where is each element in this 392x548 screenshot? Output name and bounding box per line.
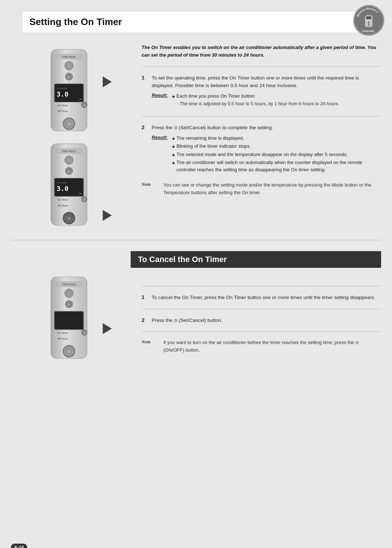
step-2-num: 2 [142,124,147,130]
cancel-note-label: Note [142,339,160,345]
cancel-instructions: 1 To cancel the On Timer, press the On T… [127,275,381,362]
cancel-step-2: 2 Press the ⊙ (Set/Cancel) button. [142,316,381,324]
cancel-note-text: If you want to turn on the air condition… [163,339,381,354]
step-2-text: Press the ⊙ (Set/Cancel) button to compl… [152,124,381,132]
cancel-section: To Cancel the On Timer [0,251,392,362]
arrow-3 [103,321,115,337]
remote-image-1: Filter Reset ⁙ ▷ ON TIMER 3.0 Hr On Time… [33,48,105,135]
cancel-divider-2 [142,309,381,309]
note-1: Note You can see or change the setting m… [142,181,381,197]
step-2-content: Press the ⊙ (Set/Cancel) button to compl… [152,124,381,176]
cancel-divider-3 [142,331,381,332]
result-label-2: Result: [152,135,170,140]
svg-text:Off Timer: Off Timer [57,110,68,113]
svg-text:⁙: ⁙ [68,64,70,68]
svg-text:②: ② [83,199,85,201]
result-subitem-1: - The time is adjusted by 0.5 hour to 5 … [172,101,381,107]
cancel-step-1-text: To cancel the On Timer, press the On Tim… [152,294,381,302]
svg-text:▷: ▷ [68,169,70,173]
cancel-step-2-num: 2 [142,317,147,323]
svg-text:▷: ▷ [68,303,70,306]
cancel-step-1-num: 1 [142,294,147,300]
svg-text:3.0: 3.0 [57,90,69,98]
divider-2 [142,116,381,116]
svg-text:▷: ▷ [68,75,70,79]
svg-text:⊙: ⊙ [68,349,70,353]
cancel-step-1-content: To cancel the On Timer, press the On Tim… [152,294,381,302]
svg-text:Controller: Controller [362,30,375,32]
arrow-1 [103,75,115,90]
result-text-2d: The air conditioner will switch on autom… [176,159,381,173]
svg-text:ON TIMER: ON TIMER [57,182,68,184]
step-1-num: 1 [142,74,147,81]
cancel-remote-col: Filter Reset ⁙ ▷ On Timer ② Off Timer ⊙ [11,275,127,362]
page-title: Setting the On Timer [29,16,122,28]
svg-point-5 [368,21,370,24]
cancel-note: Note If you want to turn on the air cond… [142,339,381,354]
svg-text:⁙: ⁙ [68,291,70,295]
svg-text:Off Timer: Off Timer [57,204,68,207]
svg-text:Filter Reset: Filter Reset [62,283,75,286]
remote-badge: Wireless Remote C Controller [353,4,385,36]
remote-images-col: Filter Reset ⁙ ▷ ON TIMER 3.0 Hr On Time… [11,40,127,229]
result-item-2a: ◆ The remaining time is displayed. [172,135,381,142]
svg-text:Hr: Hr [79,192,82,195]
svg-text:⊙: ⊙ [68,216,70,220]
result-items-1: ◆ Each time you press On Timer button: -… [172,93,381,107]
result-label-1: Result: [152,93,170,98]
step-1: 1 To set the operating time, press the O… [142,74,381,109]
cancel-content: Filter Reset ⁙ ▷ On Timer ② Off Timer ⊙ [11,275,381,362]
cancel-step-2-text: Press the ⊙ (Set/Cancel) button. [152,316,381,324]
step-1-content: To set the operating time, press the On … [152,74,381,109]
svg-text:Hr: Hr [79,98,82,101]
remote-image-3: Filter Reset ⁙ ▷ On Timer ② Off Timer ⊙ [33,275,105,362]
result-item-2b: ◆ Blinking of the timer indicator stops. [172,143,381,150]
svg-marker-25 [103,77,112,87]
note-label-1: Note [142,181,160,187]
result-item-2d: ◆ The air conditioner will switch on aut… [172,159,381,173]
step-1-result: Result: ◆ Each time you press On Timer b… [152,93,381,107]
page: Setting the On Timer Wireless Remote C C… [0,11,392,548]
instructions-col: The On Timer enables you to switch on th… [127,40,381,229]
svg-text:Off Timer: Off Timer [57,338,68,340]
remote-image-2: Filter Reset ⁙ ▷ ON TIMER 3.0 Hr On Time… [33,142,105,229]
cancel-step-1: 1 To cancel the On Timer, press the On T… [142,294,381,302]
note-text-1: You can see or change the setting mode a… [163,181,381,197]
svg-text:②: ② [83,105,85,107]
main-section: Filter Reset ⁙ ▷ ON TIMER 3.0 Hr On Time… [11,33,381,229]
svg-text:On Timer: On Timer [57,332,68,334]
section-divider-main [11,240,381,240]
cancel-header-area: To Cancel the On Timer [131,251,381,268]
cancel-section-title: To Cancel the On Timer [131,251,381,268]
svg-text:⁙: ⁙ [68,158,70,162]
svg-text:Filter Reset: Filter Reset [62,150,75,152]
svg-rect-51 [54,311,83,330]
diamond-icon-1: ◆ [172,94,175,99]
svg-marker-58 [103,323,112,334]
step-1-text: To set the operating time, press the On … [152,74,381,90]
diamond-icon-2b: ◆ [172,144,175,149]
cancel-step-2-content: Press the ⊙ (Set/Cancel) button. [152,316,381,324]
svg-marker-43 [103,210,112,221]
svg-text:②: ② [83,332,85,334]
result-row-1: Result: ◆ Each time you press On Timer b… [152,93,381,107]
intro-paragraph: The On Timer enables you to switch on th… [142,44,381,59]
result-text-2b: Blinking of the timer indicator stops. [176,143,251,150]
cancel-divider-1 [142,286,381,286]
step-2-result: Result: ◆ The remaining time is displaye… [152,135,381,175]
svg-text:3.0: 3.0 [57,185,69,192]
result-item-1: ◆ Each time you press On Timer button: [172,93,381,100]
page-number: E-18 [11,544,27,548]
svg-text:ON TIMER: ON TIMER [57,87,68,90]
result-text-2a: The remaining time is displayed. [176,135,244,142]
diamond-icon-2a: ◆ [172,136,175,141]
result-items-2: ◆ The remaining time is displayed. ◆ Bli… [172,135,381,175]
divider-1 [142,66,381,67]
page-header: Setting the On Timer [22,11,370,33]
svg-text:On Timer: On Timer [57,199,68,201]
diamond-icon-2c: ◆ [172,152,175,158]
svg-text:On Timer: On Timer [57,104,68,107]
diamond-icon-2d: ◆ [172,160,175,165]
svg-point-6 [368,24,370,26]
result-text-1: Each time you press On Timer button: [176,93,256,100]
